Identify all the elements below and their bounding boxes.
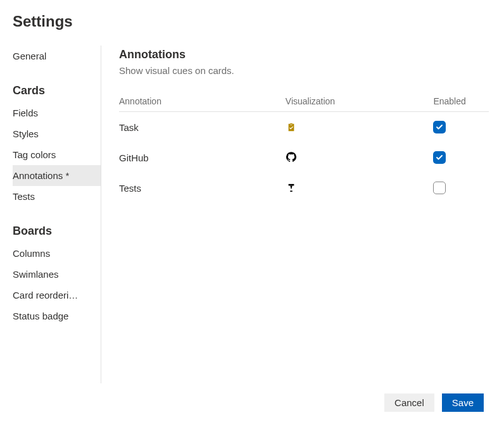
col-header-enabled: Enabled	[433, 91, 489, 112]
section-title: Annotations	[119, 48, 489, 61]
sidebar-item[interactable]: Status badge	[13, 306, 101, 326]
annotation-visualization	[286, 142, 434, 173]
svg-rect-2	[290, 190, 293, 192]
cancel-button[interactable]: Cancel	[384, 393, 434, 412]
section-subtitle: Show visual cues on cards.	[119, 65, 489, 76]
enabled-checkbox[interactable]	[433, 121, 446, 133]
sidebar-group-heading: Boards	[13, 225, 101, 238]
settings-sidebar: General CardsFieldsStylesTag colorsAnnot…	[13, 46, 101, 383]
svg-rect-0	[288, 183, 294, 185]
svg-marker-1	[290, 185, 293, 189]
annotation-visualization	[286, 112, 434, 143]
enabled-checkbox[interactable]	[433, 151, 446, 164]
tests-icon	[286, 182, 297, 194]
github-icon	[286, 151, 297, 163]
sidebar-item[interactable]: Swimlanes	[13, 264, 101, 285]
sidebar-item-general[interactable]: General	[13, 46, 101, 66]
sidebar-item[interactable]: Fields	[13, 102, 101, 123]
table-row: Task	[119, 112, 489, 143]
sidebar-item[interactable]: Card reorderi…	[13, 285, 101, 306]
sidebar-item[interactable]: Tests	[13, 186, 101, 207]
col-header-visualization: Visualization	[286, 91, 434, 112]
annotation-name: Tests	[119, 173, 286, 203]
annotation-enabled-cell	[433, 142, 489, 173]
annotation-enabled-cell	[433, 173, 489, 203]
table-row: GitHub	[119, 142, 489, 173]
sidebar-item[interactable]: Styles	[13, 123, 101, 144]
sidebar-item[interactable]: Columns	[13, 243, 101, 264]
main-panel: Annotations Show visual cues on cards. A…	[101, 46, 489, 383]
table-row: Tests	[119, 173, 489, 203]
annotations-table: Annotation Visualization Enabled TaskGit…	[119, 91, 489, 203]
task-icon	[286, 121, 297, 133]
sidebar-item[interactable]: Annotations *	[13, 165, 101, 186]
annotation-visualization	[286, 173, 434, 203]
enabled-checkbox[interactable]	[433, 182, 446, 194]
page-title: Settings	[13, 13, 489, 30]
sidebar-group-heading: Cards	[13, 84, 101, 97]
footer-actions: Cancel Save	[13, 383, 489, 427]
save-button[interactable]: Save	[442, 393, 484, 412]
annotation-name: GitHub	[119, 142, 286, 173]
col-header-annotation: Annotation	[119, 91, 286, 112]
annotation-name: Task	[119, 112, 286, 143]
sidebar-item[interactable]: Tag colors	[13, 144, 101, 165]
annotation-enabled-cell	[433, 112, 489, 143]
